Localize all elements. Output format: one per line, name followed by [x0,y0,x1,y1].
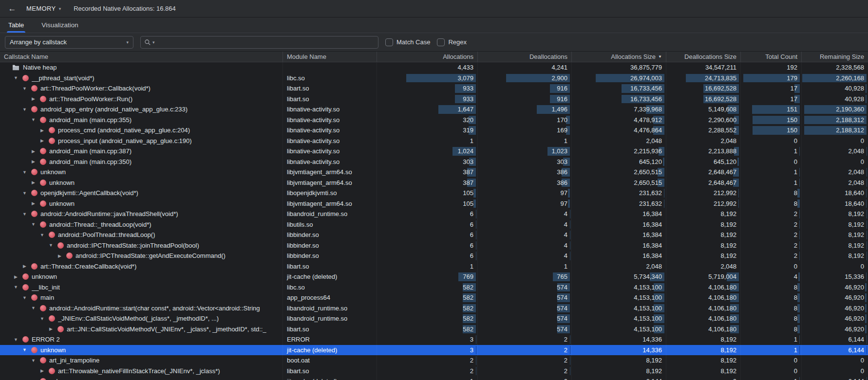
table-row[interactable]: ▼__libc_initlibc.so5825744,153,1004,106,… [0,282,868,293]
column-header-deallocations[interactable]: Deallocations [477,52,571,62]
column-header-total-count[interactable]: Total Count [740,52,801,62]
table-row[interactable]: ▶unknownlibjvmtiagent_arm64.so3873862,65… [0,178,868,188]
search-input[interactable] [156,38,375,46]
table-row[interactable]: ▼unknownlibjvmtiagent_arm64.so3873862,65… [0,167,868,178]
collapse-arrow-icon[interactable]: ▼ [30,222,37,227]
expand-arrow-icon[interactable]: ▶ [38,138,46,143]
method-icon [40,148,46,154]
allocations-table-body[interactable]: Native heap4,4334,24136,875,77934,547,21… [0,62,868,380]
expand-arrow-icon[interactable]: ▶ [30,96,37,101]
table-row[interactable]: ▶android_main (main.cpp:387)libnative-ac… [0,146,868,157]
table-row[interactable]: ▼android::PoolThread::threadLoop()libbin… [0,230,868,240]
allocations-size-cell: 4,153,100 [571,313,666,324]
expand-arrow-icon[interactable]: ▶ [38,128,46,133]
column-label: Allocations [443,53,473,60]
column-header-remaining-size[interactable]: Remaining Size [801,52,868,62]
module-name-cell: libart.so [283,366,377,377]
callstack-name: android_main (main.cpp:350) [49,158,132,165]
collapse-arrow-icon[interactable]: ▼ [21,347,28,352]
module-name-cell: libbinder.so [283,230,377,240]
table-row[interactable]: ▼_JNIEnv::CallStaticVoidMethod(_jclass*,… [0,313,868,324]
expand-arrow-icon[interactable]: ▶ [30,201,37,206]
method-icon [49,368,55,374]
expand-arrow-icon[interactable]: ▶ [21,264,28,269]
table-row[interactable]: ▶android_main (main.cpp:350)libnative-ac… [0,157,868,167]
collapse-arrow-icon[interactable]: ▼ [21,170,28,175]
collapse-arrow-icon[interactable]: ▼ [12,285,19,290]
table-row[interactable]: ▼art::ThreadPoolWorker::Callback(void*)l… [0,83,868,94]
collapse-arrow-icon[interactable]: ▼ [21,295,28,300]
table-row[interactable]: ▶art::Thread::CreateCallback(void*)libar… [0,261,868,272]
allocations-size-cell: 16,384 [571,209,666,219]
callstack-cell: ▼main [0,292,283,303]
table-row[interactable]: ▼openjdkjvmti::AgentCallback(void*)libop… [0,188,868,199]
search-field[interactable]: ▾ [140,36,378,49]
table-row[interactable]: ▶art::Throwable_nativeFillInStackTrace(_… [0,366,868,377]
table-row[interactable]: ▼unknownjit-cache (deleted)3214,3368,192… [0,345,868,356]
expand-arrow-icon[interactable]: ▶ [38,368,46,373]
collapse-arrow-icon[interactable]: ▼ [47,243,55,248]
expand-arrow-icon[interactable]: ▶ [30,159,37,164]
expand-arrow-icon[interactable]: ▶ [30,180,37,185]
table-row[interactable]: ▶unknownjit-cache (deleted)7697655,734,3… [0,271,868,282]
collapse-arrow-icon[interactable]: ▼ [12,337,19,342]
table-row[interactable]: ▶unknownjit-cache (deleted)106,144016,14… [0,376,868,380]
allocations-size-cell: 26,974,003 [571,73,666,84]
expand-arrow-icon[interactable]: ▶ [30,149,37,154]
column-header-module-name[interactable]: Module Name [283,52,377,62]
deallocations-value: 4,241 [551,64,567,71]
collapse-arrow-icon[interactable]: ▼ [21,107,28,112]
collapse-arrow-icon[interactable]: ▼ [21,191,28,196]
value-bar [799,252,800,260]
table-row[interactable]: ▶unknownlibjvmtiagent_arm64.so10597231,6… [0,199,868,209]
collapse-arrow-icon[interactable]: ▼ [21,86,28,91]
table-row[interactable]: ▼android::AndroidRuntime::javaThreadShel… [0,209,868,219]
tab-table[interactable]: Table [5,18,27,33]
total-count-value: 0 [794,158,797,165]
table-row[interactable]: ▼art_jni_trampolineboot.oat228,1928,1920… [0,355,868,366]
table-row[interactable]: ▼__pthread_start(void*)libc.so3,0792,900… [0,73,868,84]
expand-arrow-icon[interactable]: ▶ [47,326,55,331]
table-row[interactable]: ▼android_app_entry (android_native_app_g… [0,104,868,115]
table-row[interactable]: ▶android::IPCThreadState::getAndExecuteC… [0,251,868,261]
collapse-arrow-icon[interactable]: ▼ [30,306,37,310]
table-row[interactable]: ▶process_input (android_native_app_glue.… [0,136,868,146]
deallocations-cell: 4 [477,251,571,261]
table-row[interactable]: ▶process_cmd (android_native_app_glue.c:… [0,125,868,136]
column-header-allocations-size[interactable]: Allocations Size▼ [571,52,666,62]
tab-visualization[interactable]: Visualization [38,18,82,33]
arrange-by-dropdown[interactable]: Arrange by callstack ▾ [5,36,133,49]
table-row[interactable]: Native heap4,4334,24136,875,77934,547,21… [0,62,868,73]
column-header-allocations[interactable]: Allocations [377,52,477,62]
module-name-cell: libbinder.so [283,251,377,261]
column-header-callstack-name[interactable]: Callstack Name [0,52,283,62]
allocations-cell: 769 [377,271,477,282]
match-case-checkbox[interactable]: Match Case [385,38,430,46]
table-row[interactable]: ▶art::ThreadPoolWorker::Run()libart.so93… [0,94,868,105]
expand-arrow-icon[interactable]: ▶ [56,253,63,258]
table-row[interactable]: ▼android::IPCThreadState::joinThreadPool… [0,240,868,251]
allocations-value: 2 [470,367,473,375]
allocations-size-value: 7,339,968 [634,106,662,113]
table-row[interactable]: ▼android_main (main.cpp:355)libnative-ac… [0,115,868,126]
table-row[interactable]: ▶art::JNI::CallStaticVoidMethodV(_JNIEnv… [0,324,868,335]
collapse-arrow-icon[interactable]: ▼ [38,316,46,321]
collapse-arrow-icon[interactable]: ▼ [12,75,19,80]
back-button[interactable]: ← [6,2,19,15]
regex-checkbox[interactable]: Regex [437,38,467,46]
total-count-cell: 0 [740,157,801,167]
collapse-arrow-icon[interactable]: ▼ [30,117,37,122]
table-row[interactable]: ▼android::Thread::_threadLoop(void*)libu… [0,219,868,230]
table-row[interactable]: ▼mainapp_process645825744,153,1004,106,1… [0,292,868,303]
remaining-size-value: 18,640 [845,189,864,197]
collapse-arrow-icon[interactable]: ▼ [30,358,37,363]
memory-session-dropdown[interactable]: MEMORY ▾ [23,3,64,14]
table-row[interactable]: ▼android::AndroidRuntime::start(char con… [0,303,868,314]
callstack-cell: ▶art::Thread::CreateCallback(void*) [0,261,283,272]
column-header-deallocations-size[interactable]: Deallocations Size [666,52,740,62]
expand-arrow-icon[interactable]: ▶ [12,274,19,279]
collapse-arrow-icon[interactable]: ▼ [38,233,46,237]
callstack-name: unknown [49,179,75,186]
collapse-arrow-icon[interactable]: ▼ [21,212,28,217]
table-row[interactable]: ▼ERROR 2ERROR3214,3368,19216,144 [0,334,868,345]
